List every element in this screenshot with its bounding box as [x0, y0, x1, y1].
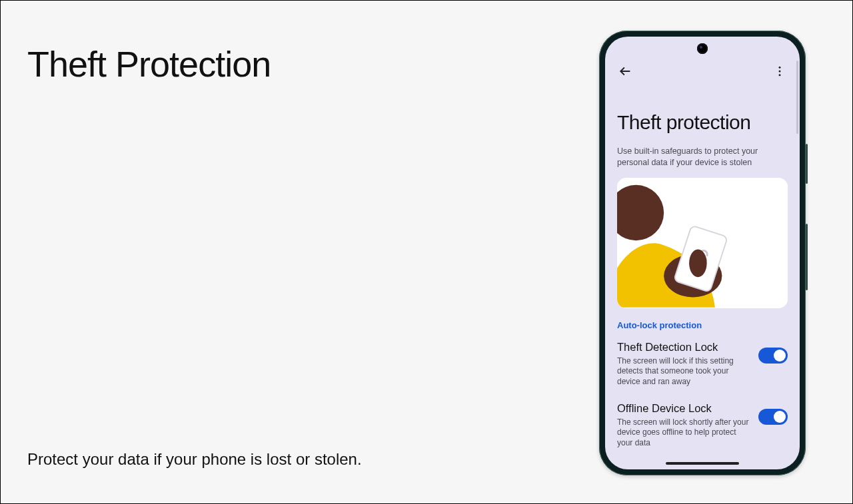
toggle-theft-detection-lock[interactable] [758, 348, 788, 364]
phone-mockup: Theft protection Use built-in safeguards… [599, 31, 806, 475]
page-subtitle: Protect your data if your phone is lost … [27, 450, 362, 469]
front-camera [697, 43, 708, 54]
back-icon[interactable] [616, 62, 634, 81]
setting-title: Theft Detection Lock [617, 341, 752, 354]
phone-screen: Theft protection Use built-in safeguards… [605, 37, 800, 469]
screen-content: Theft protection Use built-in safeguards… [605, 86, 800, 448]
svg-point-9 [689, 249, 707, 277]
screen-description: Use built-in safeguards to protect your … [617, 146, 788, 168]
gesture-bar[interactable] [666, 462, 739, 465]
svg-point-1 [779, 67, 781, 69]
page-title: Theft Protection [27, 43, 271, 85]
svg-point-3 [779, 74, 781, 76]
illustration [617, 178, 788, 308]
setting-desc: The screen will lock shortly after your … [617, 417, 752, 449]
section-label: Auto-lock protection [617, 320, 788, 330]
setting-title: Offline Device Lock [617, 402, 752, 415]
setting-desc: The screen will lock if this setting det… [617, 356, 752, 387]
scrollbar[interactable] [796, 61, 798, 134]
svg-point-2 [779, 71, 781, 73]
screen-title: Theft protection [617, 111, 788, 134]
setting-offline-device-lock[interactable]: Offline Device Lock The screen will lock… [617, 402, 788, 449]
toggle-offline-device-lock[interactable] [758, 409, 788, 425]
more-icon[interactable] [770, 62, 789, 81]
slide-frame: Theft Protection Protect your data if yo… [0, 0, 853, 504]
setting-theft-detection-lock[interactable]: Theft Detection Lock The screen will loc… [617, 341, 788, 387]
